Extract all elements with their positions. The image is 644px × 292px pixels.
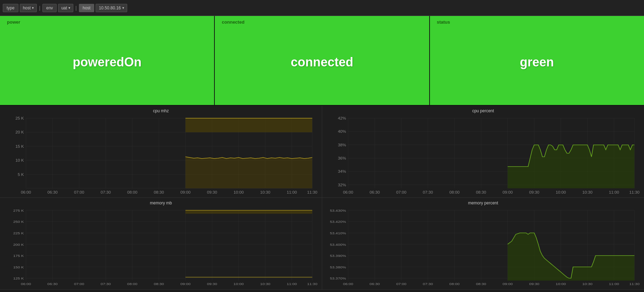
charts-row-1: cpu mhz (0, 106, 644, 198)
uat-dropdown[interactable]: uat (58, 4, 73, 12)
svg-text:11:00: 11:00 (287, 282, 297, 286)
svg-text:10 K: 10 K (16, 159, 24, 162)
svg-text:09:30: 09:30 (529, 190, 539, 194)
svg-text:250 K: 250 K (13, 220, 24, 224)
svg-text:53.380%: 53.380% (330, 265, 346, 269)
svg-text:08:30: 08:30 (476, 190, 486, 194)
svg-text:15 K: 15 K (16, 145, 24, 148)
svg-text:06:30: 06:30 (47, 282, 57, 286)
svg-text:07:30: 07:30 (100, 190, 111, 194)
memory-mb-panel: memory mb (0, 198, 322, 290)
memory-mb-title: memory mb (1, 201, 320, 205)
cpu-mhz-panel: cpu mhz (0, 106, 322, 197)
cpu-percent-title: cpu percent (324, 108, 643, 113)
svg-text:11:30: 11:30 (629, 282, 639, 286)
memory-percent-panel: memory percent (322, 198, 644, 290)
svg-text:20 K: 20 K (16, 130, 24, 134)
svg-text:08:00: 08:00 (449, 190, 459, 194)
svg-text:09:30: 09:30 (529, 282, 539, 286)
power-title: power (7, 19, 20, 25)
svg-text:09:30: 09:30 (207, 282, 217, 286)
svg-text:06:00: 06:00 (21, 190, 31, 194)
svg-text:07:00: 07:00 (74, 282, 84, 286)
svg-text:150 K: 150 K (13, 265, 24, 269)
svg-text:200 K: 200 K (13, 242, 24, 246)
svg-text:10:00: 10:00 (234, 190, 244, 194)
svg-text:07:30: 07:30 (100, 282, 111, 286)
svg-text:11:30: 11:30 (629, 190, 639, 194)
cpu-percent-chart: 42% 40% 38% 36% 34% 32% 06:00 06:30 07:0… (324, 115, 643, 195)
charts-area: cpu mhz (0, 106, 644, 290)
connected-title: connected (222, 19, 244, 25)
connected-value: connected (291, 55, 353, 70)
svg-text:11:00: 11:00 (609, 282, 619, 286)
svg-text:08:30: 08:30 (476, 282, 486, 286)
svg-text:07:00: 07:00 (74, 190, 84, 194)
memory-mb-chart: 275 K 250 K 225 K 200 K 175 K 150 K 125 … (1, 207, 320, 287)
svg-text:53.390%: 53.390% (330, 254, 346, 258)
status-card: status green (430, 16, 644, 105)
svg-text:53.370%: 53.370% (330, 276, 346, 280)
env-button[interactable]: env (42, 4, 57, 12)
svg-text:06:00: 06:00 (343, 190, 353, 194)
svg-text:11:00: 11:00 (609, 190, 619, 194)
svg-text:38%: 38% (338, 143, 346, 147)
type-button[interactable]: type (3, 4, 18, 12)
header: type host | env uat | host 10.50.80.16 (0, 0, 644, 16)
svg-text:10:00: 10:00 (234, 282, 244, 286)
svg-text:09:30: 09:30 (207, 190, 217, 194)
memory-percent-chart: 53.430% 53.420% 53.410% 53.400% 53.390% … (324, 207, 643, 287)
svg-text:175 K: 175 K (13, 254, 24, 258)
svg-text:53.420%: 53.420% (330, 220, 346, 224)
memory-percent-title: memory percent (324, 201, 643, 205)
svg-text:53.410%: 53.410% (330, 231, 346, 235)
svg-text:07:00: 07:00 (396, 190, 406, 194)
ip-dropdown[interactable]: 10.50.80.16 (96, 4, 127, 12)
svg-text:10:30: 10:30 (260, 282, 270, 286)
svg-text:36%: 36% (338, 156, 346, 160)
svg-text:09:00: 09:00 (503, 282, 513, 286)
svg-text:10:00: 10:00 (556, 190, 566, 194)
svg-text:08:00: 08:00 (127, 190, 137, 194)
svg-marker-113 (186, 210, 312, 214)
svg-text:275 K: 275 K (13, 209, 24, 212)
status-title: status (437, 19, 450, 25)
power-card: power poweredOn (0, 16, 215, 105)
svg-text:08:00: 08:00 (127, 282, 137, 286)
charts-row-2: memory mb (0, 198, 644, 290)
cpu-mhz-chart: 25 K 20 K 15 K 10 K 5 K 06:00 06:30 07:0… (1, 115, 320, 195)
svg-text:06:30: 06:30 (47, 190, 57, 194)
svg-text:07:00: 07:00 (396, 282, 406, 286)
svg-text:08:30: 08:30 (154, 282, 164, 286)
svg-text:06:30: 06:30 (369, 190, 380, 194)
svg-text:34%: 34% (338, 170, 346, 173)
svg-text:11:00: 11:00 (287, 190, 297, 194)
svg-marker-37 (186, 157, 312, 188)
svg-text:42%: 42% (338, 116, 346, 120)
status-value: green (520, 55, 554, 70)
cpu-mhz-title: cpu mhz (1, 108, 320, 113)
svg-text:25 K: 25 K (16, 116, 24, 120)
status-row: power poweredOn connected connected stat… (0, 16, 644, 106)
host2-button[interactable]: host (79, 4, 95, 12)
svg-text:08:00: 08:00 (449, 282, 459, 286)
svg-text:10:00: 10:00 (556, 282, 566, 286)
svg-text:10:30: 10:30 (582, 190, 592, 194)
svg-text:11:30: 11:30 (307, 282, 317, 286)
svg-text:53.430%: 53.430% (330, 209, 346, 212)
svg-text:53.400%: 53.400% (330, 242, 346, 246)
svg-text:5 K: 5 K (18, 172, 24, 176)
svg-text:09:00: 09:00 (180, 282, 190, 286)
svg-text:32%: 32% (338, 183, 346, 187)
svg-text:06:30: 06:30 (369, 282, 380, 286)
svg-text:07:30: 07:30 (423, 282, 433, 286)
svg-text:125 K: 125 K (13, 276, 24, 280)
svg-text:40%: 40% (338, 130, 346, 133)
host-dropdown[interactable]: host (20, 4, 37, 12)
svg-text:08:30: 08:30 (154, 190, 164, 194)
svg-text:10:30: 10:30 (260, 190, 270, 194)
svg-text:06:00: 06:00 (21, 282, 31, 286)
separator-1: | (39, 5, 40, 11)
separator-2: | (75, 5, 77, 11)
cpu-percent-panel: cpu percent (322, 106, 644, 197)
